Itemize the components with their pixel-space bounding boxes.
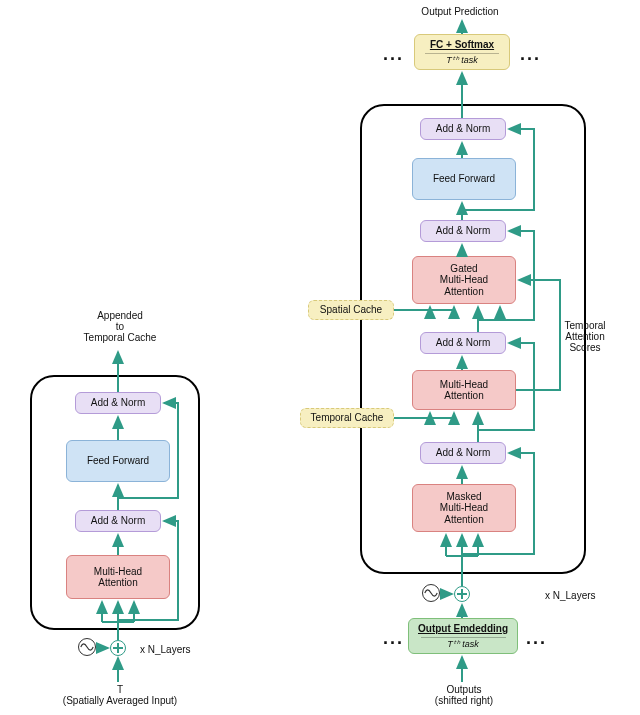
- spatial-cache: Spatial Cache: [308, 300, 394, 320]
- output-embedding-box: Output Emdedding Tᵗʰ task: [408, 618, 518, 654]
- fc-dots-left: ...: [383, 44, 404, 65]
- encoder-addnorm-1: Add & Norm: [75, 510, 161, 532]
- encoder-output-label: Appended to Temporal Cache: [60, 310, 180, 343]
- decoder-input-label: Outputs (shifted right): [406, 684, 522, 706]
- fc-softmax-task: Tᵗʰ task: [425, 53, 498, 65]
- encoder-addnorm-2: Add & Norm: [75, 392, 161, 414]
- encoder-mha: Multi-Head Attention: [66, 555, 170, 599]
- decoder-nlayers: x N_Layers: [545, 590, 596, 601]
- encoder-nlayers: x N_Layers: [140, 644, 191, 655]
- decoder-mha: Multi-Head Attention: [412, 370, 516, 410]
- fc-softmax-label: FC + Softmax: [430, 39, 494, 51]
- temporal-scores-label: Temporal Attention Scores: [555, 320, 615, 353]
- encoder-feedforward: Feed Forward: [66, 440, 170, 482]
- decoder-addnorm-4: Add & Norm: [420, 118, 506, 140]
- encoder-add-posenc: [110, 640, 126, 656]
- embed-dots-left: ...: [383, 628, 404, 649]
- decoder-masked-mha: Masked Multi-Head Attention: [412, 484, 516, 532]
- decoder-output-label: Output Prediction: [400, 6, 520, 17]
- encoder-posenc-icon: [78, 638, 96, 656]
- output-embedding-task: Tᵗʰ task: [421, 637, 506, 649]
- decoder-posenc-icon: [422, 584, 440, 602]
- fc-softmax-box: FC + Softmax Tᵗʰ task: [414, 34, 510, 70]
- decoder-add-posenc: [454, 586, 470, 602]
- temporal-cache: Temporal Cache: [300, 408, 394, 428]
- decoder-addnorm-3: Add & Norm: [420, 220, 506, 242]
- decoder-gated-mha: Gated Multi-Head Attention: [412, 256, 516, 304]
- fc-dots-right: ...: [520, 44, 541, 65]
- embed-dots-right: ...: [526, 628, 547, 649]
- decoder-feedforward: Feed Forward: [412, 158, 516, 200]
- decoder-addnorm-1: Add & Norm: [420, 442, 506, 464]
- output-embedding-label: Output Emdedding: [418, 623, 508, 635]
- encoder-input-label: T (Spatially Averaged Input): [40, 684, 200, 706]
- decoder-addnorm-2: Add & Norm: [420, 332, 506, 354]
